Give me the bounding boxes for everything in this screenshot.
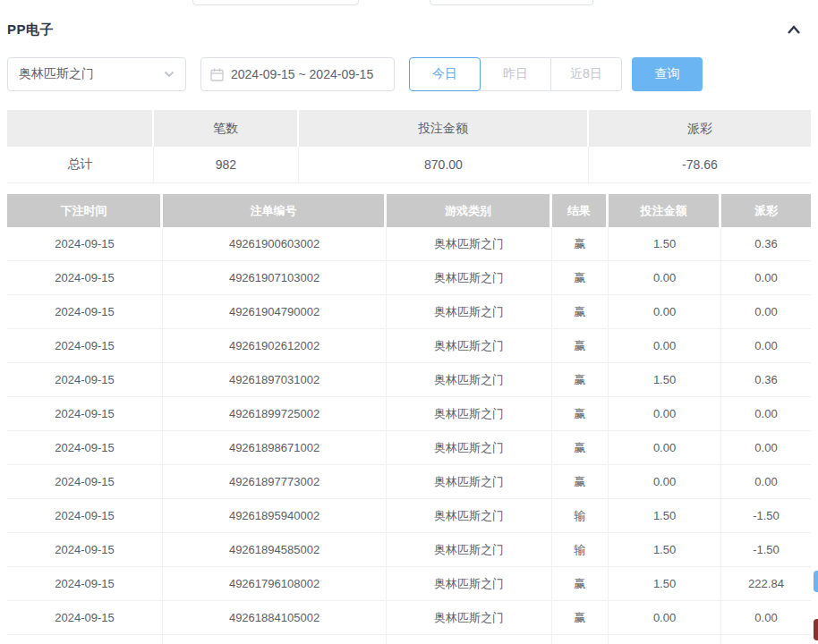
quick-date-button[interactable]: 今日 — [409, 57, 481, 91]
table-cell: 49261902612002 — [163, 329, 387, 362]
records-table-header: 下注时间注单编号游戏类别结果投注金额派彩 — [7, 194, 811, 227]
table-cell: -1.50 — [721, 533, 811, 566]
table-cell: 奥林匹斯之门 — [387, 465, 552, 498]
table-cell: 赢 — [552, 397, 609, 430]
table-cell: 1.50 — [609, 227, 721, 260]
table-cell: 0.00 — [721, 465, 811, 498]
table-cell: 2024-09-15 — [7, 533, 163, 566]
table-cell: 0.00 — [609, 465, 721, 498]
quick-date-button[interactable]: 昨日 — [480, 57, 551, 91]
table-cell: 下注时间 — [7, 194, 163, 227]
table-cell: 2024-09-15 — [7, 567, 163, 600]
table-row: 2024-09-1549261897031002奥林匹斯之门赢1.500.36 — [7, 363, 811, 397]
table-cell: 1.50 — [609, 363, 721, 396]
filter-row: 奥林匹斯之门 2024-09-15 ~ 2024-09-15 今日昨日近8日 查… — [7, 57, 811, 91]
table-cell: -78.66 — [589, 147, 811, 182]
cut-off-input-above-left — [192, 0, 359, 5]
table-cell: 奥林匹斯之门 — [387, 567, 552, 600]
records-table-body: 2024-09-1549261900603002奥林匹斯之门赢1.500.362… — [7, 227, 811, 644]
table-cell: 0.00 — [609, 295, 721, 328]
collapse-button[interactable] — [782, 20, 805, 39]
table-row: 2024-09-1549261895940002奥林匹斯之门输1.50-1.50 — [7, 499, 811, 533]
table-cell — [163, 635, 387, 644]
table-row: 2024-09-1549261902612002奥林匹斯之门赢0.000.00 — [7, 329, 811, 363]
table-cell: 奥林匹斯之门 — [387, 601, 552, 634]
table-cell: 1.50 — [609, 499, 721, 532]
table-cell: 2024-09-15 — [7, 363, 163, 396]
table-cell: 0.00 — [721, 295, 811, 328]
table-cell: 奥林匹斯之门 — [387, 397, 552, 430]
table-cell: 49261897773002 — [163, 465, 387, 498]
table-cell: 投注金额 — [299, 110, 589, 147]
table-cell: 2024-09-15 — [7, 295, 163, 328]
table-cell: 2024-09-15 — [7, 465, 163, 498]
table-cell: 派彩 — [721, 194, 811, 227]
date-range-value: 2024-09-15 ~ 2024-09-15 — [231, 67, 373, 81]
table-cell: 赢 — [552, 363, 609, 396]
table-cell: 0.00 — [609, 431, 721, 464]
bet-records-page: PP电子 奥林匹斯之门 2024-09-15 ~ 2024-09-15 今日昨日… — [0, 0, 818, 644]
table-row: 2024-09-1549261907103002奥林匹斯之门赢0.000.00 — [7, 261, 811, 295]
table-row-partial — [7, 635, 811, 644]
table-cell: 输 — [552, 533, 609, 566]
chevron-down-icon — [164, 71, 175, 78]
table-cell: 1.50 — [609, 533, 721, 566]
table-cell: 49261899725002 — [163, 397, 387, 430]
game-select-value: 奥林匹斯之门 — [19, 66, 94, 82]
date-range-input[interactable]: 2024-09-15 ~ 2024-09-15 — [200, 57, 395, 91]
table-row: 2024-09-1549261796108002奥林匹斯之门赢1.50222.8… — [7, 567, 811, 601]
game-select[interactable]: 奥林匹斯之门 — [7, 57, 186, 91]
floating-widget-red-cutoff[interactable] — [814, 619, 818, 640]
table-cell: 奥林匹斯之门 — [387, 499, 552, 532]
query-button[interactable]: 查询 — [632, 57, 703, 91]
table-cell: 0.36 — [721, 227, 811, 260]
table-cell: 赢 — [552, 601, 609, 634]
table-cell: 49261900603002 — [163, 227, 387, 260]
table-cell: 赢 — [552, 465, 609, 498]
table-row: 2024-09-1549261894585002奥林匹斯之门输1.50-1.50 — [7, 533, 811, 567]
table-cell: 结果 — [552, 194, 609, 227]
table-cell: 赢 — [552, 329, 609, 362]
table-cell: 1.50 — [609, 567, 721, 600]
table-cell: 2024-09-15 — [7, 431, 163, 464]
table-cell: 0.00 — [721, 397, 811, 430]
table-cell: 0.00 — [609, 601, 721, 634]
table-row: 2024-09-1549261900603002奥林匹斯之门赢1.500.36 — [7, 227, 811, 261]
table-cell: 赢 — [552, 431, 609, 464]
table-cell: 49261897031002 — [163, 363, 387, 396]
table-cell: 2024-09-15 — [7, 261, 163, 294]
floating-widget-blue-cutoff[interactable] — [814, 571, 818, 592]
table-cell: 0.00 — [721, 601, 811, 634]
chevron-up-icon — [785, 23, 803, 36]
table-cell: 0.00 — [721, 329, 811, 362]
table-cell: 赢 — [552, 567, 609, 600]
table-cell — [387, 635, 552, 644]
table-cell: 笔数 — [154, 110, 299, 147]
table-cell: 奥林匹斯之门 — [387, 227, 552, 260]
table-cell: 2024-09-15 — [7, 397, 163, 430]
table-cell: 870.00 — [299, 147, 589, 182]
table-cell: 0.00 — [609, 397, 721, 430]
table-cell: 奥林匹斯之门 — [387, 431, 552, 464]
summary-table: 笔数投注金额派彩 总计982870.00-78.66 — [7, 110, 811, 183]
table-cell: 奥林匹斯之门 — [387, 329, 552, 362]
table-cell: 222.84 — [721, 567, 811, 600]
panel-header: PP电子 — [7, 20, 811, 39]
table-cell: 游戏类别 — [387, 194, 552, 227]
cut-off-input-above-right — [430, 0, 593, 5]
table-cell: 2024-09-15 — [7, 227, 163, 260]
table-cell: 0.00 — [609, 261, 721, 294]
table-cell — [721, 635, 811, 644]
table-cell: 49261894585002 — [163, 533, 387, 566]
table-row: 2024-09-1549261897773002奥林匹斯之门赢0.000.00 — [7, 465, 811, 499]
table-cell: 2024-09-15 — [7, 601, 163, 634]
table-row: 2024-09-1549261898671002奥林匹斯之门赢0.000.00 — [7, 431, 811, 465]
table-row: 2024-09-1549261884105002奥林匹斯之门赢0.000.00 — [7, 601, 811, 635]
table-cell: 输 — [552, 499, 609, 532]
summary-table-row: 总计982870.00-78.66 — [7, 147, 811, 183]
quick-date-button[interactable]: 近8日 — [550, 57, 622, 91]
table-cell: 赢 — [552, 295, 609, 328]
table-cell: 49261907103002 — [163, 261, 387, 294]
table-cell: 奥林匹斯之门 — [387, 533, 552, 566]
table-cell: 投注金额 — [609, 194, 721, 227]
